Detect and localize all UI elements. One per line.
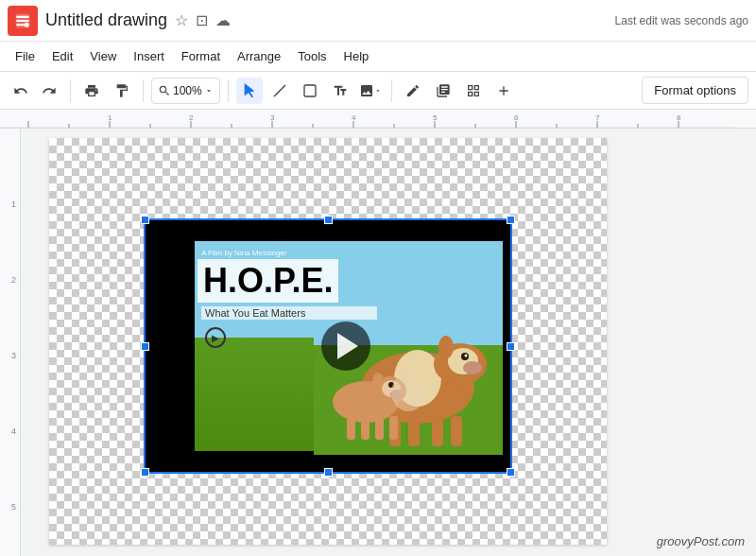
film-by-text: A Film by Nina Messinger [201,249,377,257]
play-button[interactable] [321,321,370,371]
drawing-canvas: A Film by Nina Messinger H.O.P.E. What Y… [21,129,756,556]
menu-insert[interactable]: Insert [126,45,172,67]
handle-middle-right[interactable] [507,342,515,351]
svg-text:8: 8 [677,113,681,122]
print-button[interactable] [78,78,105,104]
menu-view[interactable]: View [82,45,124,67]
svg-point-37 [463,361,482,374]
svg-point-40 [438,336,454,358]
menu-edit[interactable]: Edit [44,45,80,67]
handle-top-right[interactable] [507,216,515,224]
cloud-save-icon[interactable]: ☁ [215,11,231,29]
svg-point-55 [391,374,425,411]
word-art-button[interactable] [430,78,456,104]
image-tool-button[interactable] [357,78,384,104]
menu-format[interactable]: Format [174,45,228,67]
svg-text:4: 4 [352,113,356,122]
undo-redo-group [8,78,62,104]
save-to-drive-icon[interactable]: ⊡ [196,11,208,29]
toolbar: 100% Format options [0,72,756,110]
app-icon [8,6,38,36]
svg-rect-3 [304,85,316,96]
svg-text:7: 7 [595,113,600,122]
text-tool-button[interactable] [327,78,353,104]
watermark: groovyPost.com [657,534,745,548]
handle-top-left[interactable] [141,216,149,224]
small-play-icon: ▶ [205,327,226,348]
svg-text:2: 2 [189,113,194,122]
format-options-button[interactable]: Format options [642,77,748,104]
handle-bottom-right[interactable] [507,468,515,477]
titlebar: Untitled drawing ☆ ⊡ ☁ Last edit was sec… [0,0,756,42]
menu-arrange[interactable]: Arrange [230,45,288,67]
subtitle-text: What You Eat Matters [201,306,377,320]
last-edit-status: Last edit was seconds ago [615,14,748,27]
menubar: File Edit View Insert Format Arrange Too… [0,42,756,72]
top-ruler: 1 2 3 4 5 6 7 8 [0,110,756,129]
video-content: A Film by Nina Messinger H.O.P.E. What Y… [146,220,510,472]
handle-bottom-middle[interactable] [324,468,333,477]
menu-tools[interactable]: Tools [290,45,334,67]
video-black-left [146,220,195,472]
title-icons: ☆ ⊡ ☁ [175,11,231,29]
menu-file[interactable]: File [8,45,43,67]
svg-point-39 [465,355,468,357]
separator-1 [70,79,71,102]
svg-rect-42 [408,416,420,446]
star-icon[interactable]: ☆ [175,11,188,29]
select-tool-button[interactable] [236,78,263,104]
zoom-dropdown[interactable]: 100% [151,78,220,104]
svg-text:1: 1 [108,113,112,122]
pencil-tool-button[interactable] [400,78,426,104]
paper-canvas: A Film by Nina Messinger H.O.P.E. What Y… [49,138,607,545]
shape-tool-button[interactable] [297,78,323,104]
video-object[interactable]: A Film by Nina Messinger H.O.P.E. What Y… [144,218,512,474]
separator-4 [391,79,392,102]
menu-help[interactable]: Help [336,45,377,67]
redo-button[interactable] [36,78,62,104]
svg-point-1 [25,22,29,26]
zoom-level: 100% [173,84,202,97]
left-ruler: 1 2 3 4 5 [0,129,21,556]
document-title[interactable]: Untitled drawing [45,10,167,30]
paint-format-button[interactable] [109,78,135,104]
svg-line-2 [274,85,285,96]
svg-rect-54 [389,416,398,440]
svg-text:6: 6 [514,113,519,122]
line-tool-button[interactable] [266,78,293,104]
hope-title: H.O.P.E. [198,259,338,303]
separator-3 [228,79,229,102]
play-triangle-icon [337,333,358,359]
svg-rect-43 [432,416,443,446]
canvas-area: 1 2 3 4 5 [0,129,756,556]
handle-middle-left[interactable] [141,342,149,351]
separator-2 [143,79,144,102]
grid-button[interactable] [460,78,487,104]
undo-button[interactable] [8,78,34,104]
svg-text:5: 5 [433,113,438,122]
add-button[interactable] [490,78,517,104]
handle-bottom-left[interactable] [141,468,149,477]
svg-rect-44 [451,416,462,446]
svg-text:3: 3 [270,113,275,122]
handle-top-middle[interactable] [324,216,333,224]
